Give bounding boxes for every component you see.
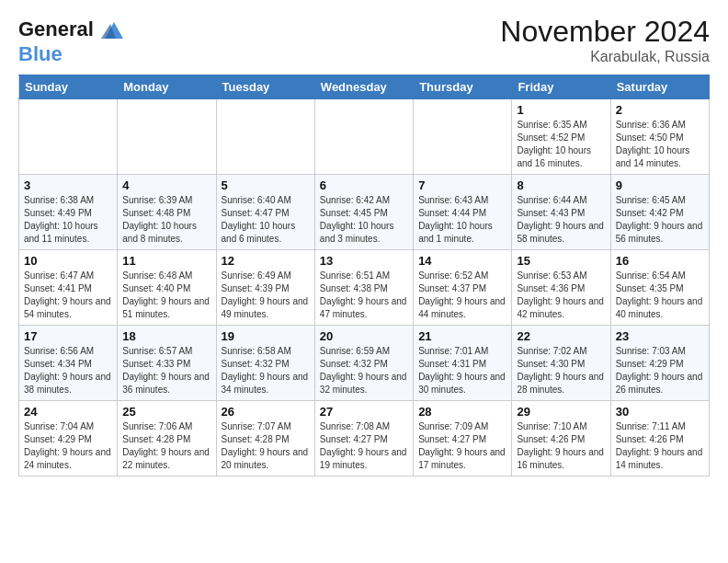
- week-row-1: 1Sunrise: 6:35 AMSunset: 4:52 PMDaylight…: [19, 99, 710, 175]
- day-info: Sunrise: 7:10 AMSunset: 4:26 PMDaylight:…: [517, 420, 605, 472]
- day-cell: 1Sunrise: 6:35 AMSunset: 4:52 PMDaylight…: [512, 99, 610, 175]
- day-cell: 25Sunrise: 7:06 AMSunset: 4:28 PMDayligh…: [118, 401, 216, 477]
- day-number: 28: [418, 405, 506, 419]
- week-row-2: 3Sunrise: 6:38 AMSunset: 4:49 PMDaylight…: [19, 175, 710, 250]
- day-info: Sunrise: 7:04 AMSunset: 4:29 PMDaylight:…: [24, 420, 112, 472]
- day-info: Sunrise: 6:35 AMSunset: 4:52 PMDaylight:…: [517, 119, 605, 170]
- day-number: 24: [24, 405, 112, 419]
- day-cell: 9Sunrise: 6:45 AMSunset: 4:42 PMDaylight…: [610, 175, 709, 250]
- day-info: Sunrise: 6:42 AMSunset: 4:45 PMDaylight:…: [320, 194, 408, 246]
- day-cell: 14Sunrise: 6:52 AMSunset: 4:37 PMDayligh…: [414, 250, 512, 326]
- header: General Blue November 2024 Karabulak, Ru…: [18, 15, 710, 65]
- day-number: 2: [616, 103, 704, 117]
- day-number: 30: [616, 405, 704, 419]
- day-cell: 20Sunrise: 6:59 AMSunset: 4:32 PMDayligh…: [314, 326, 413, 401]
- day-number: 11: [122, 254, 210, 268]
- col-saturday: Saturday: [610, 75, 709, 99]
- day-cell: 11Sunrise: 6:48 AMSunset: 4:40 PMDayligh…: [118, 250, 216, 326]
- day-info: Sunrise: 7:01 AMSunset: 4:31 PMDaylight:…: [418, 345, 506, 396]
- day-info: Sunrise: 6:57 AMSunset: 4:33 PMDaylight:…: [122, 345, 210, 396]
- day-number: 3: [24, 178, 112, 192]
- day-number: 16: [616, 254, 704, 268]
- day-info: Sunrise: 6:44 AMSunset: 4:43 PMDaylight:…: [517, 194, 605, 246]
- week-row-5: 24Sunrise: 7:04 AMSunset: 4:29 PMDayligh…: [19, 401, 710, 477]
- day-info: Sunrise: 6:51 AMSunset: 4:38 PMDaylight:…: [320, 270, 408, 321]
- day-number: 17: [24, 329, 112, 343]
- day-cell: 17Sunrise: 6:56 AMSunset: 4:34 PMDayligh…: [19, 326, 118, 401]
- day-cell: 27Sunrise: 7:08 AMSunset: 4:27 PMDayligh…: [314, 401, 413, 477]
- day-number: 26: [222, 405, 310, 419]
- day-number: 21: [418, 329, 506, 343]
- day-number: 27: [320, 405, 408, 419]
- logo-icon: [97, 15, 127, 44]
- day-info: Sunrise: 6:54 AMSunset: 4:35 PMDaylight:…: [616, 270, 704, 321]
- day-number: 7: [418, 178, 506, 192]
- day-number: 23: [616, 329, 704, 343]
- day-number: 19: [222, 329, 310, 343]
- day-cell: 8Sunrise: 6:44 AMSunset: 4:43 PMDaylight…: [512, 175, 610, 250]
- week-row-3: 10Sunrise: 6:47 AMSunset: 4:41 PMDayligh…: [19, 250, 710, 326]
- day-number: 4: [122, 178, 210, 192]
- day-info: Sunrise: 6:36 AMSunset: 4:50 PMDaylight:…: [616, 119, 704, 170]
- day-cell: 29Sunrise: 7:10 AMSunset: 4:26 PMDayligh…: [512, 401, 610, 477]
- day-cell: 5Sunrise: 6:40 AMSunset: 4:47 PMDaylight…: [216, 175, 314, 250]
- day-number: 10: [24, 254, 112, 268]
- day-cell: 10Sunrise: 6:47 AMSunset: 4:41 PMDayligh…: [19, 250, 118, 326]
- day-info: Sunrise: 7:08 AMSunset: 4:27 PMDaylight:…: [320, 420, 408, 472]
- day-number: 25: [122, 405, 210, 419]
- day-info: Sunrise: 6:59 AMSunset: 4:32 PMDaylight:…: [320, 345, 408, 396]
- day-cell: 7Sunrise: 6:43 AMSunset: 4:44 PMDaylight…: [414, 175, 512, 250]
- day-cell: 13Sunrise: 6:51 AMSunset: 4:38 PMDayligh…: [314, 250, 413, 326]
- day-number: 18: [122, 329, 210, 343]
- day-cell: [314, 99, 413, 175]
- day-cell: [19, 99, 118, 175]
- day-info: Sunrise: 6:45 AMSunset: 4:42 PMDaylight:…: [616, 194, 704, 246]
- title-block: November 2024 Karabulak, Russia: [500, 15, 710, 65]
- day-cell: 6Sunrise: 6:42 AMSunset: 4:45 PMDaylight…: [314, 175, 413, 250]
- day-info: Sunrise: 6:43 AMSunset: 4:44 PMDaylight:…: [418, 194, 506, 246]
- day-cell: 2Sunrise: 6:36 AMSunset: 4:50 PMDaylight…: [610, 99, 709, 175]
- day-cell: 22Sunrise: 7:02 AMSunset: 4:30 PMDayligh…: [512, 326, 610, 401]
- day-cell: 16Sunrise: 6:54 AMSunset: 4:35 PMDayligh…: [610, 250, 709, 326]
- day-cell: 19Sunrise: 6:58 AMSunset: 4:32 PMDayligh…: [216, 326, 314, 401]
- day-number: 22: [517, 329, 605, 343]
- day-cell: 26Sunrise: 7:07 AMSunset: 4:28 PMDayligh…: [216, 401, 314, 477]
- day-info: Sunrise: 6:52 AMSunset: 4:37 PMDaylight:…: [418, 270, 506, 321]
- location-title: Karabulak, Russia: [500, 49, 710, 65]
- day-number: 14: [418, 254, 506, 268]
- month-title: November 2024: [500, 15, 710, 49]
- day-info: Sunrise: 6:47 AMSunset: 4:41 PMDaylight:…: [24, 270, 112, 321]
- day-info: Sunrise: 7:03 AMSunset: 4:29 PMDaylight:…: [616, 345, 704, 396]
- col-wednesday: Wednesday: [314, 75, 413, 99]
- day-number: 8: [517, 178, 605, 192]
- day-cell: [118, 99, 216, 175]
- day-number: 9: [616, 178, 704, 192]
- day-cell: 3Sunrise: 6:38 AMSunset: 4:49 PMDaylight…: [19, 175, 118, 250]
- day-info: Sunrise: 6:49 AMSunset: 4:39 PMDaylight:…: [222, 270, 310, 321]
- col-monday: Monday: [118, 75, 216, 99]
- day-number: 20: [320, 329, 408, 343]
- day-info: Sunrise: 7:02 AMSunset: 4:30 PMDaylight:…: [517, 345, 605, 396]
- day-cell: 21Sunrise: 7:01 AMSunset: 4:31 PMDayligh…: [414, 326, 512, 401]
- day-info: Sunrise: 7:06 AMSunset: 4:28 PMDaylight:…: [122, 420, 210, 472]
- day-cell: 4Sunrise: 6:39 AMSunset: 4:48 PMDaylight…: [118, 175, 216, 250]
- page: General Blue November 2024 Karabulak, Ru…: [0, 0, 728, 563]
- day-info: Sunrise: 7:11 AMSunset: 4:26 PMDaylight:…: [616, 420, 704, 472]
- day-info: Sunrise: 6:48 AMSunset: 4:40 PMDaylight:…: [122, 270, 210, 321]
- day-cell: 24Sunrise: 7:04 AMSunset: 4:29 PMDayligh…: [19, 401, 118, 477]
- day-info: Sunrise: 7:09 AMSunset: 4:27 PMDaylight:…: [418, 420, 506, 472]
- day-number: 15: [517, 254, 605, 268]
- day-cell: 28Sunrise: 7:09 AMSunset: 4:27 PMDayligh…: [414, 401, 512, 477]
- calendar-table: Sunday Monday Tuesday Wednesday Thursday…: [18, 75, 710, 477]
- logo-general: General: [18, 17, 94, 40]
- header-row: Sunday Monday Tuesday Wednesday Thursday…: [19, 75, 710, 99]
- day-number: 13: [320, 254, 408, 268]
- day-info: Sunrise: 6:40 AMSunset: 4:47 PMDaylight:…: [222, 194, 310, 246]
- day-cell: [414, 99, 512, 175]
- logo-blue: Blue: [18, 44, 127, 64]
- day-number: 29: [517, 405, 605, 419]
- logo: General Blue: [18, 15, 127, 64]
- day-number: 12: [222, 254, 310, 268]
- week-row-4: 17Sunrise: 6:56 AMSunset: 4:34 PMDayligh…: [19, 326, 710, 401]
- day-cell: 15Sunrise: 6:53 AMSunset: 4:36 PMDayligh…: [512, 250, 610, 326]
